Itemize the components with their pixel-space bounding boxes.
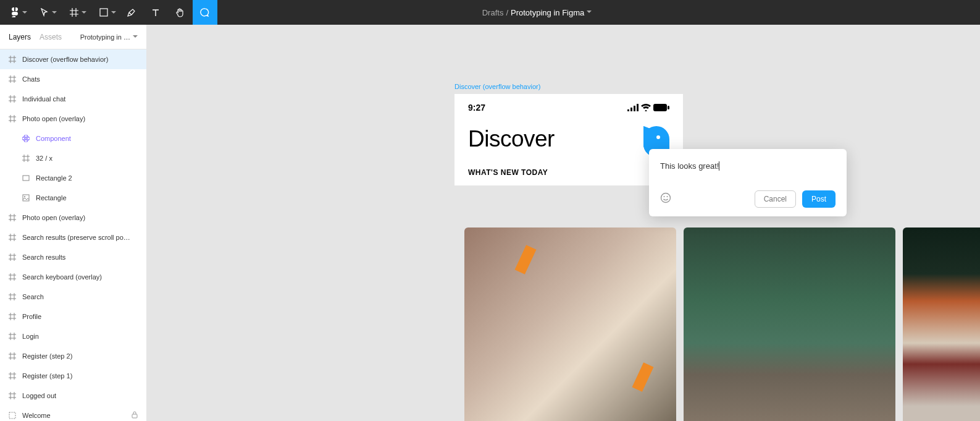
layer-row[interactable]: Chats <box>0 69 146 89</box>
layer-label: Login <box>22 333 39 340</box>
frame-icon <box>9 75 16 83</box>
layer-row[interactable]: Rectangle <box>0 188 146 208</box>
frame-icon <box>9 234 16 241</box>
gallery-image-3[interactable] <box>903 228 980 421</box>
page-selector[interactable]: Prototyping in … <box>80 33 138 41</box>
frame-icon <box>9 115 16 122</box>
canvas[interactable]: Discover (overflow behavior) 9:27 Discov… <box>147 25 980 421</box>
layer-label: Search keyboard (overlay) <box>22 273 102 281</box>
chevron-down-icon <box>587 11 592 14</box>
svg-point-15 <box>667 196 668 197</box>
dashed-icon <box>9 412 16 419</box>
layer-label: Photo open (overlay) <box>22 214 85 221</box>
svg-rect-1 <box>24 135 28 138</box>
frame-tool-button[interactable] <box>59 0 89 25</box>
pen-tool-button[interactable] <box>119 0 143 25</box>
layer-row[interactable]: Component <box>0 129 146 148</box>
frame-icon <box>9 333 16 340</box>
layer-row[interactable]: Discover (overflow behavior) <box>0 49 146 69</box>
svg-point-14 <box>664 196 665 197</box>
image-gallery <box>464 228 980 421</box>
layer-row[interactable]: Search results <box>0 247 146 267</box>
layer-row[interactable]: Search keyboard (overlay) <box>0 267 146 287</box>
breadcrumb[interactable]: Drafts / Prototyping in Figma <box>482 8 592 17</box>
layer-row[interactable]: Register (step 1) <box>0 366 146 386</box>
svg-point-13 <box>661 193 671 203</box>
component-icon <box>22 135 30 142</box>
frame-icon <box>9 372 16 380</box>
layer-label: Welcome <box>22 412 51 419</box>
layer-label: Discover (overflow behavior) <box>22 56 108 63</box>
comment-tool-button[interactable] <box>193 0 217 25</box>
frame-icon <box>9 95 16 103</box>
lock-icon <box>132 411 138 420</box>
layer-label: Profile <box>22 313 41 320</box>
hand-tool-button[interactable] <box>168 0 193 25</box>
layer-row[interactable]: 32 / x <box>0 148 146 168</box>
frame-icon <box>9 352 16 360</box>
layer-label: Search <box>22 293 44 300</box>
layer-label: 32 / x <box>36 155 52 162</box>
tab-layers[interactable]: Layers <box>9 33 31 41</box>
frame-label[interactable]: Discover (overflow behavior) <box>454 83 540 90</box>
layer-label: Register (step 1) <box>22 372 72 380</box>
layer-row[interactable]: Login <box>0 326 146 346</box>
svg-rect-4 <box>24 139 28 142</box>
cancel-button[interactable]: Cancel <box>755 190 796 208</box>
frame-icon <box>9 253 16 261</box>
layer-label: Individual chat <box>22 95 65 103</box>
shape-tool-button[interactable] <box>89 0 119 25</box>
post-button[interactable]: Post <box>802 190 836 208</box>
gallery-image-1[interactable] <box>464 228 676 421</box>
page-title: Discover <box>468 126 555 152</box>
frame-icon <box>9 392 16 399</box>
move-tool-button[interactable] <box>30 0 59 25</box>
text-tool-button[interactable] <box>143 0 168 25</box>
main-menu-button[interactable] <box>0 0 30 25</box>
layer-label: Register (step 2) <box>22 352 72 360</box>
layer-row[interactable]: Profile <box>0 307 146 326</box>
frame-icon <box>22 155 30 162</box>
svg-rect-8 <box>9 412 15 419</box>
svg-rect-11 <box>668 106 669 109</box>
svg-rect-2 <box>22 137 25 140</box>
layer-row[interactable]: Register (step 2) <box>0 346 146 366</box>
image-icon <box>22 194 30 202</box>
gallery-image-2[interactable] <box>684 228 895 421</box>
layers-panel: Layers Assets Prototyping in … Discover … <box>0 25 147 421</box>
svg-rect-10 <box>653 104 667 111</box>
svg-point-7 <box>24 196 25 197</box>
layer-row[interactable]: Photo open (overlay) <box>0 208 146 228</box>
emoji-picker-button[interactable] <box>660 192 671 206</box>
layer-row[interactable]: Search results (preserve scroll po… <box>0 228 146 247</box>
breadcrumb-parent: Drafts <box>482 8 504 17</box>
breadcrumb-current: Prototyping in Figma <box>511 8 584 17</box>
layer-label: Search results (preserve scroll po… <box>22 234 130 241</box>
layer-row[interactable]: Individual chat <box>0 89 146 109</box>
layer-row[interactable]: Search <box>0 287 146 307</box>
svg-rect-0 <box>100 9 107 16</box>
battery-icon <box>653 104 669 111</box>
frame-icon <box>9 56 16 63</box>
layer-label: Photo open (overlay) <box>22 115 85 122</box>
layer-row[interactable]: Photo open (overlay) <box>0 109 146 129</box>
comment-input[interactable]: This looks great! <box>660 161 836 171</box>
svg-point-12 <box>656 135 660 139</box>
frame-icon <box>9 273 16 281</box>
rect-icon <box>22 174 30 182</box>
layer-label: Logged out <box>22 392 56 399</box>
comment-popup: This looks great! Cancel Post <box>649 149 847 216</box>
status-icons <box>627 104 669 111</box>
tab-assets[interactable]: Assets <box>40 33 62 41</box>
layer-label: Search results <box>22 253 65 261</box>
text-cursor <box>719 161 719 171</box>
layer-label: Component <box>36 135 71 142</box>
frame-icon <box>9 214 16 221</box>
layer-row[interactable]: Rectangle 2 <box>0 168 146 188</box>
layer-row[interactable]: Welcome <box>0 406 146 421</box>
signal-icon <box>627 104 639 111</box>
layer-row[interactable]: Logged out <box>0 386 146 406</box>
layer-label: Rectangle 2 <box>36 174 72 182</box>
frame-icon <box>9 293 16 300</box>
layer-label: Chats <box>22 75 40 83</box>
